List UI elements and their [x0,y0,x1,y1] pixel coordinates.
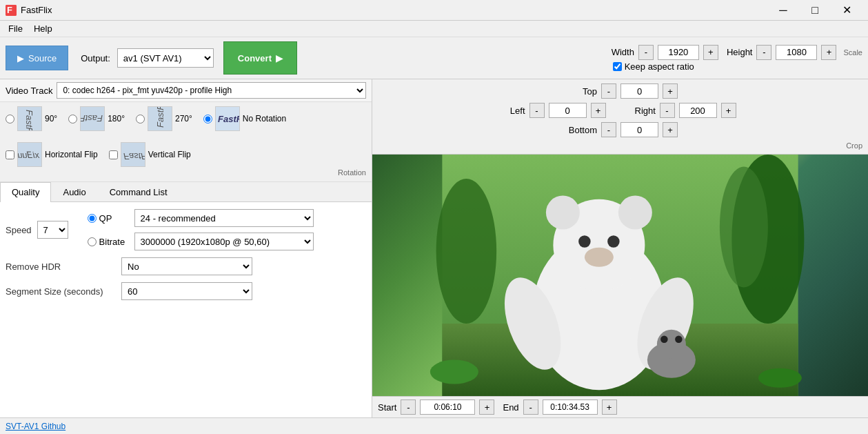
output-select[interactable]: av1 (SVT AV1) [117,48,214,68]
qp-radio-label[interactable]: QP [88,213,129,224]
rotation-option-180[interactable]: FastFlix 180° [68,106,125,131]
crop-top-minus[interactable]: - [601,83,616,99]
rotation-thumb-vflip: FastFlix [121,142,145,167]
speed-label: Speed [6,225,32,235]
close-button[interactable]: ✕ [831,0,862,21]
crop-top-input[interactable] [620,83,658,99]
width-plus-button[interactable]: + [703,45,718,60]
crop-bottom-plus[interactable]: + [663,122,678,137]
qp-radio[interactable] [88,214,97,223]
svt-av1-link[interactable]: SVT-AV1 Github [6,422,65,431]
crop-left-plus[interactable]: + [591,103,606,118]
minimize-button[interactable]: ─ [767,0,799,21]
tab-command-list[interactable]: Command List [98,182,179,201]
footer: SVT-AV1 Github [0,417,868,434]
rotation-thumb-90: FastFlix [17,106,42,131]
rotation-radio-90[interactable] [6,115,14,124]
end-minus-button[interactable]: - [523,400,538,415]
convert-label: Convert [238,53,272,63]
crop-left-label: Left [505,106,525,116]
width-minus-button[interactable]: - [638,45,654,60]
rotation-radio-none[interactable] [203,115,212,124]
rotation-option-none[interactable]: FastFlix No Rotation [203,106,286,131]
rotation-option-270[interactable]: FastFlix 270° [136,106,192,131]
svg-point-23 [578,235,591,248]
rotation-check-vflip[interactable] [109,150,118,159]
end-input[interactable] [543,400,598,415]
svg-point-32 [430,360,478,384]
height-minus-button[interactable]: - [756,45,771,60]
trim-section: Start - + End - + [372,396,868,417]
convert-icon: ▶ [276,53,283,63]
custom-bitrate-label: Custom: [319,237,372,247]
video-track-select[interactable]: 0: codec h264 - pix_fmt yuv420p - profil… [57,82,366,99]
svg-point-30 [660,336,668,344]
tab-quality[interactable]: Quality [0,182,51,202]
video-track-label: Video Track [6,86,52,96]
bitrate-radio-label[interactable]: Bitrate [88,237,129,247]
end-label: End [503,402,518,413]
rotation-option-90[interactable]: FastFlix 90° [6,106,57,131]
qp-select[interactable]: 24 - recommended 2022262830 [134,209,314,227]
tab-content-quality: Speed 7 0123 456 89101112 QP [0,202,372,417]
crop-right-minus[interactable]: - [660,103,675,118]
rotation-radio-270[interactable] [136,115,145,124]
speed-select[interactable]: 7 0123 456 89101112 [37,221,68,239]
crop-right-plus[interactable]: + [721,103,736,118]
segment-size-select[interactable]: 60 30 120 [121,282,252,300]
height-label: Height [727,47,753,57]
bitrate-select[interactable]: 3000000 (1920x1080p @ 50,60) [134,233,314,250]
crop-left-minus[interactable]: - [529,103,545,118]
crop-top-plus[interactable]: + [663,83,678,99]
crop-bottom-input[interactable] [620,122,658,137]
source-icon: ▶ [17,53,24,63]
svg-text:FastFlix: FastFlix [218,114,239,124]
toolbar: ▶ Source Output: av1 (SVT AV1) Convert ▶… [0,37,868,79]
qp-bitrate-area: QP 24 - recommended 2022262830 Custom: [88,209,372,250]
end-plus-button[interactable]: + [602,400,617,415]
svg-text:F: F [7,5,12,15]
height-input[interactable] [776,45,817,60]
menu-file[interactable]: File [3,22,28,35]
width-input[interactable] [658,45,699,60]
speed-row: Speed 7 0123 456 89101112 QP [6,209,366,250]
menu-help[interactable]: Help [28,22,58,35]
app-title: FastFlix [21,5,52,15]
rotation-option-vflip[interactable]: FastFlix Vertical Flip [109,142,191,167]
keep-aspect-label[interactable]: Keep aspect ratio [625,61,694,72]
crop-right-input[interactable] [679,103,717,118]
svg-point-25 [585,248,614,267]
titlebar-left: F FastFlix [6,5,52,16]
app-icon: F [6,5,17,16]
segment-size-label: Segment Size (seconds) [6,286,116,297]
crop-bottom-minus[interactable]: - [601,122,616,137]
svg-text:FastFlix: FastFlix [24,110,34,130]
rotation-thumb-hflip: xiƎuuF [17,142,42,167]
bitrate-label: Bitrate [99,237,125,247]
crop-left-input[interactable] [549,103,587,118]
svg-point-15 [436,179,497,324]
start-plus-button[interactable]: + [479,400,494,415]
crop-section: Top - + Left - + Right - + [372,79,868,155]
convert-button[interactable]: Convert ▶ [223,41,297,75]
start-minus-button[interactable]: - [401,400,416,415]
tab-audio[interactable]: Audio [51,182,97,201]
svg-text:xiƎuuF: xiƎuuF [18,150,40,160]
rotation-radio-180[interactable] [68,115,77,124]
bitrate-radio[interactable] [88,237,97,246]
start-input[interactable] [420,400,475,415]
svg-point-21 [546,196,580,230]
source-button[interactable]: ▶ Source [6,46,68,70]
titlebar: F FastFlix ─ □ ✕ [0,0,868,21]
height-plus-button[interactable]: + [821,45,836,60]
crop-top-label: Top [563,86,597,97]
maximize-button[interactable]: □ [799,0,831,21]
remove-hdr-select[interactable]: No Yes [121,257,252,275]
keep-aspect-checkbox[interactable] [613,62,622,71]
remove-hdr-row: Remove HDR No Yes [6,257,366,275]
rotation-check-hflip[interactable] [6,150,14,159]
rotation-option-hflip[interactable]: xiƎuuF Horizontal Flip [6,142,98,167]
segment-size-row: Segment Size (seconds) 60 30 120 [6,282,366,300]
scale-area: Width - + Height - + Scale Keep aspect r… [612,45,862,72]
svg-point-17 [720,167,768,288]
